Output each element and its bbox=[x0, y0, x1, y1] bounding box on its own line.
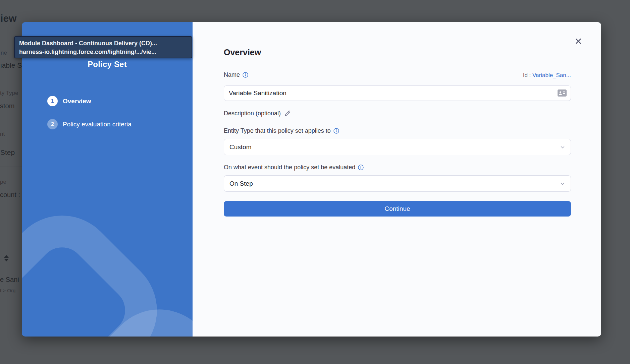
id-card-icon[interactable] bbox=[558, 89, 567, 98]
tooltip-url: harness-io.lightning.force.com/lightning… bbox=[19, 48, 187, 56]
id-link[interactable]: Variable_San... bbox=[532, 72, 571, 78]
close-icon bbox=[574, 37, 583, 46]
event-select[interactable]: On Step bbox=[224, 175, 571, 192]
pencil-icon bbox=[284, 110, 291, 117]
name-info-tooltip[interactable] bbox=[243, 72, 248, 78]
entity-type-info-tooltip[interactable] bbox=[333, 128, 339, 134]
link-preview-tooltip: Module Dashboard - Continuous Delivery (… bbox=[14, 36, 192, 58]
event-value: On Step bbox=[229, 180, 560, 187]
chevron-down-icon bbox=[560, 144, 565, 150]
continue-button[interactable]: Continue bbox=[224, 201, 571, 217]
entity-id: Id : Variable_San... bbox=[523, 72, 571, 79]
name-input[interactable] bbox=[224, 85, 571, 101]
step-label: Overview bbox=[63, 98, 91, 105]
step-label: Policy evaluation criteria bbox=[63, 121, 132, 128]
step-number-badge: 2 bbox=[47, 119, 58, 129]
wizard-sidebar: Policy Set 1 Overview 2 Policy evaluatio… bbox=[22, 22, 193, 337]
entity-type-select[interactable]: Custom bbox=[224, 139, 571, 155]
info-icon bbox=[333, 128, 339, 134]
policy-set-form: Overview Name Id : Variable_San... bbox=[224, 22, 571, 337]
description-label: Description (optional) bbox=[224, 110, 281, 117]
id-prefix: Id : bbox=[523, 72, 531, 78]
form-heading: Overview bbox=[224, 48, 261, 57]
tooltip-title: Module Dashboard - Continuous Delivery (… bbox=[19, 39, 187, 48]
screen: erview ne iable S ty Type stom nt Step p… bbox=[0, 0, 630, 364]
policy-set-modal: Policy Set 1 Overview 2 Policy evaluatio… bbox=[22, 22, 601, 337]
info-icon bbox=[358, 165, 364, 170]
event-info-tooltip[interactable] bbox=[358, 165, 364, 170]
overview-panel: Overview Name Id : Variable_San... bbox=[193, 22, 601, 337]
wizard-title: Policy Set bbox=[22, 60, 193, 69]
step-number-badge: 1 bbox=[47, 96, 58, 106]
chevron-down-icon bbox=[560, 181, 565, 186]
info-icon bbox=[243, 72, 248, 78]
edit-description-button[interactable] bbox=[284, 110, 291, 117]
wizard-step-policy-evaluation-criteria[interactable]: 2 Policy evaluation criteria bbox=[47, 119, 132, 129]
close-button[interactable] bbox=[573, 36, 584, 47]
entity-type-label: Entity Type that this policy set applies… bbox=[224, 127, 331, 134]
event-label: On what event should the policy set be e… bbox=[224, 164, 355, 171]
entity-type-value: Custom bbox=[229, 143, 560, 151]
name-label: Name bbox=[224, 71, 240, 78]
wizard-step-overview[interactable]: 1 Overview bbox=[47, 96, 91, 106]
harness-logo-watermark bbox=[22, 22, 193, 337]
